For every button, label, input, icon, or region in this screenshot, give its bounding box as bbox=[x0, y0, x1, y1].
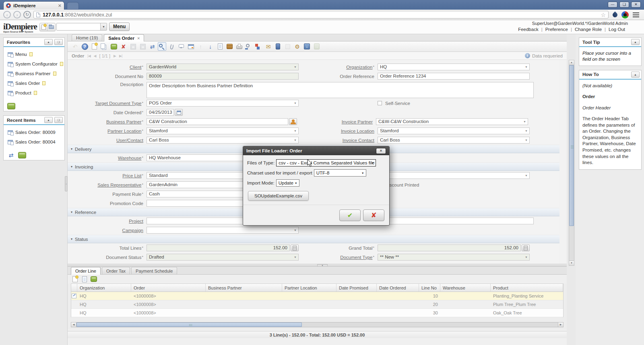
scroll-down-icon[interactable]: ▼ bbox=[569, 261, 574, 265]
header-link-change-role[interactable]: Change Role bbox=[575, 27, 602, 32]
bookmark-star-icon[interactable]: ☆ bbox=[601, 12, 606, 18]
collapse-panel-icon[interactable]: ▲ bbox=[44, 39, 53, 45]
favourite-item-system-configurator[interactable]: System Configurator bbox=[4, 59, 64, 69]
invoice-location-label[interactable]: Invoice Location bbox=[299, 129, 378, 133]
archive-icon[interactable] bbox=[225, 42, 234, 51]
requery-icon[interactable]: ⇄ bbox=[148, 42, 157, 51]
new-window-button[interactable] bbox=[40, 23, 47, 31]
date-ordered-field[interactable]: 04/25/2013 bbox=[147, 109, 174, 116]
header-link-log-out[interactable]: Log Out bbox=[609, 27, 625, 32]
column-header-partner-location[interactable]: Partner Location bbox=[282, 284, 336, 292]
business-partner-label[interactable]: Business Partner* bbox=[68, 119, 147, 124]
tab-close-icon[interactable]: ✕ bbox=[58, 3, 62, 8]
customize-grid-icon[interactable] bbox=[80, 275, 89, 283]
header-link-feedback[interactable]: Feedback bbox=[518, 27, 539, 32]
detail-tab-order-line[interactable]: Order Line bbox=[71, 267, 101, 275]
target-document-type-label[interactable]: Target Document Type* bbox=[68, 101, 147, 106]
user-contact-select[interactable]: Carl Boss bbox=[147, 137, 299, 144]
invoice-contact-select[interactable]: Carl Boss bbox=[378, 137, 530, 144]
scrollbar-thumb[interactable] bbox=[76, 322, 302, 327]
back-icon[interactable]: ‹ bbox=[3, 11, 11, 18]
warehouse-label[interactable]: Warehouse* bbox=[68, 156, 147, 160]
organization-select[interactable]: HQ bbox=[378, 64, 530, 70]
detail-record-icon[interactable]: ↓ bbox=[206, 42, 215, 51]
maximize-panel-icon[interactable]: ❏ bbox=[54, 39, 63, 45]
menu-button[interactable]: Menu bbox=[109, 23, 130, 31]
partner-location-label[interactable]: Partner Location* bbox=[68, 129, 147, 133]
favourite-item-business-partner[interactable]: Business Partner bbox=[4, 69, 64, 78]
favourite-item-product[interactable]: Product bbox=[4, 88, 64, 98]
invoice-partner-select[interactable]: C&W-C&W Construction bbox=[376, 118, 528, 125]
column-header-business-partner[interactable]: Business Partner bbox=[206, 284, 282, 292]
files-of-type-select[interactable]: csv - csv - Excel Comma Separated Values… bbox=[276, 159, 376, 166]
column-header-organization[interactable]: Organization bbox=[77, 284, 131, 292]
maximize-panel-icon[interactable]: ❏ bbox=[54, 117, 63, 123]
new-record-icon[interactable] bbox=[90, 42, 99, 51]
calendar-button[interactable] bbox=[175, 109, 183, 116]
quick-search-combo[interactable]: ▼ bbox=[56, 23, 107, 31]
west-collapse-handle[interactable]: ‹ bbox=[65, 176, 68, 191]
cancel-button[interactable]: ✘ bbox=[363, 209, 384, 221]
column-header-line-no[interactable]: Line No bbox=[419, 284, 440, 292]
document-no-field[interactable]: 80009 bbox=[147, 73, 299, 80]
column-header-date-ordered[interactable]: Date Ordered bbox=[377, 284, 419, 292]
close-tab-icon[interactable]: × bbox=[137, 36, 140, 41]
trash-icon[interactable] bbox=[18, 151, 26, 159]
column-header-warehouse[interactable]: Warehouse bbox=[440, 284, 491, 292]
table-row[interactable]: HQ<1000008>20Plum Tree_Plum Tree bbox=[71, 300, 563, 309]
export-icon[interactable]: ↓ bbox=[303, 42, 311, 51]
horizontal-scrollbar[interactable]: ◀ ▶ bbox=[71, 322, 564, 327]
report-icon[interactable] bbox=[216, 42, 224, 51]
collapse-panel-icon[interactable]: ▲ bbox=[631, 72, 640, 78]
recent-item-sales-order-80004[interactable]: Sales Order: 80004 bbox=[4, 137, 64, 147]
copy-record-icon[interactable] bbox=[100, 42, 108, 51]
invoice-location-select[interactable]: Stamford bbox=[378, 127, 530, 134]
downloads-flame-icon[interactable] bbox=[612, 11, 619, 18]
scroll-up-icon[interactable]: ▲ bbox=[569, 60, 574, 65]
business-partner-lookup-button[interactable] bbox=[289, 118, 297, 125]
workflow-icon[interactable] bbox=[254, 42, 263, 51]
document-type-select[interactable]: ** New ** bbox=[378, 254, 530, 261]
user-contact-label[interactable]: User/Contact bbox=[68, 138, 147, 143]
collapse-panel-icon[interactable]: ▲ bbox=[44, 117, 53, 123]
target-document-type-select[interactable]: POS Order bbox=[147, 100, 299, 107]
browser-tab[interactable]: iDempiere ✕ bbox=[3, 1, 64, 10]
sales-representative-label[interactable]: Sales Representative* bbox=[68, 183, 147, 187]
browser-logo-icon[interactable] bbox=[621, 11, 629, 18]
document-status-select[interactable]: Drafted bbox=[147, 254, 299, 261]
hidden-field-fragment-select[interactable] bbox=[378, 172, 530, 179]
new-tab-button[interactable] bbox=[67, 2, 79, 10]
invoice-contact-label[interactable]: Invoice Contact bbox=[299, 138, 378, 143]
dialog-close-icon[interactable]: ✕ bbox=[376, 148, 386, 154]
restore-icon[interactable]: ❏ bbox=[619, 2, 629, 8]
header-link-preference[interactable]: Preference bbox=[545, 27, 568, 32]
client-select[interactable]: GardenWorld bbox=[147, 64, 299, 70]
splitter[interactable]: ▼ bbox=[68, 264, 567, 267]
forward-icon[interactable]: › bbox=[13, 11, 21, 18]
reload-icon[interactable]: ↻ bbox=[23, 11, 31, 18]
column-header-product[interactable]: Product bbox=[491, 284, 563, 292]
choose-file-button[interactable]: SOUpdateExample.csv bbox=[248, 191, 309, 201]
trash-icon[interactable] bbox=[7, 102, 15, 110]
scroll-left-icon[interactable]: ◀ bbox=[71, 322, 76, 327]
campaign-label[interactable]: Campaign bbox=[68, 228, 147, 233]
minimize-icon[interactable]: — bbox=[608, 2, 617, 8]
business-partner-field[interactable]: C&W Construction bbox=[147, 118, 288, 125]
ignore-changes-icon[interactable] bbox=[109, 42, 118, 51]
find-record-icon[interactable] bbox=[158, 42, 166, 51]
grid-toggle-icon[interactable] bbox=[187, 42, 195, 51]
window-tab-home-19[interactable]: Home (19) bbox=[72, 34, 102, 41]
refresh-icon[interactable]: ⇄ bbox=[7, 151, 15, 159]
chevron-down-icon[interactable]: ▼ bbox=[100, 23, 107, 30]
import-mode-select[interactable]: Update bbox=[276, 179, 299, 187]
partner-location-select[interactable]: Stamford bbox=[147, 127, 299, 134]
collapse-panel-icon[interactable]: ▲ bbox=[631, 39, 640, 45]
scroll-right-icon[interactable]: ▶ bbox=[558, 322, 563, 327]
zoom-across-icon[interactable] bbox=[245, 42, 253, 51]
column-header-order[interactable]: Order bbox=[131, 284, 206, 292]
self-service-checkbox[interactable] bbox=[378, 101, 382, 105]
browser-menu-icon[interactable] bbox=[633, 12, 639, 17]
total-lines-field[interactable]: 152.00 bbox=[147, 244, 290, 251]
invoice-partner-label[interactable]: Invoice Partner bbox=[297, 119, 376, 124]
chat-icon[interactable] bbox=[177, 42, 186, 51]
